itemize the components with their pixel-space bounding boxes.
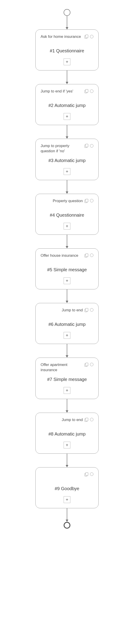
circle-icon[interactable] (90, 254, 93, 257)
expand-button[interactable]: + (64, 113, 70, 120)
copy-icon[interactable] (85, 89, 88, 93)
flow-node[interactable]: Jump to end#8 Automatic jump+ (35, 413, 99, 454)
node-title: Jump to property question if 'no' (41, 144, 85, 154)
connector-arrow (66, 16, 68, 30)
node-subtitle: #2 Automatic jump (41, 103, 93, 108)
circle-icon[interactable] (90, 418, 93, 421)
circle-icon[interactable] (90, 35, 93, 38)
copy-icon[interactable] (85, 254, 88, 257)
connector-arrow (66, 344, 68, 358)
node-subtitle: #5 Simple message (41, 267, 93, 272)
flow-node[interactable]: Offer apartment insurance#7 Simple messa… (35, 358, 99, 399)
connector-arrow (66, 454, 68, 467)
flow-node[interactable]: Ask for home insurance#1 Questionnaire+ (35, 30, 99, 70)
connector-arrow (66, 70, 68, 84)
circle-icon[interactable] (90, 308, 93, 312)
circle-icon[interactable] (90, 144, 93, 148)
expand-button[interactable]: + (64, 496, 70, 503)
copy-icon[interactable] (85, 363, 88, 366)
circle-icon[interactable] (90, 90, 93, 93)
connector-arrow (66, 508, 68, 522)
flow-node[interactable]: Jump to end if 'yes'#2 Automatic jump+ (35, 84, 99, 125)
copy-icon[interactable] (85, 472, 88, 476)
flow-node[interactable]: Property question#4 Questionnaire+ (35, 194, 99, 235)
connector-arrow (66, 180, 68, 194)
node-title: Jump to end if 'yes' (41, 89, 85, 94)
circle-icon[interactable] (90, 363, 93, 366)
connector-arrow (66, 235, 68, 248)
flow-node[interactable]: Jump to end#6 Automatic jump+ (35, 303, 99, 344)
start-node (64, 9, 70, 16)
flow-node[interactable]: Jump to property question if 'no'#3 Auto… (35, 139, 99, 180)
flow-node[interactable]: Offer house insurance#5 Simple message+ (35, 248, 99, 289)
circle-icon[interactable] (90, 472, 93, 476)
copy-icon[interactable] (85, 199, 88, 202)
connector-arrow (66, 399, 68, 413)
node-subtitle: #4 Questionnaire (41, 212, 93, 218)
node-title: Property question (41, 198, 85, 204)
circle-icon[interactable] (90, 199, 93, 202)
copy-icon[interactable] (85, 144, 88, 148)
connector-arrow (66, 289, 68, 303)
node-title: Offer apartment insurance (41, 362, 85, 373)
flow-node[interactable]: #9 Goodbye+ (35, 467, 99, 508)
copy-icon[interactable] (85, 35, 88, 38)
node-title: Ask for home insurance (41, 34, 85, 40)
expand-button[interactable]: + (64, 332, 70, 339)
node-subtitle: #9 Goodbye (41, 486, 93, 491)
node-subtitle: #3 Automatic jump (41, 158, 93, 163)
end-node (64, 522, 70, 529)
node-title: Jump to end (41, 308, 85, 313)
node-subtitle: #8 Automatic jump (41, 432, 93, 437)
expand-button[interactable]: + (64, 58, 70, 65)
copy-icon[interactable] (85, 308, 88, 312)
node-title: Offer house insurance (41, 253, 85, 258)
connector-arrow (66, 125, 68, 139)
expand-button[interactable]: + (64, 223, 70, 230)
node-subtitle: #6 Automatic jump (41, 322, 93, 327)
node-subtitle: #7 Simple message (41, 377, 93, 382)
expand-button[interactable]: + (64, 442, 70, 448)
expand-button[interactable]: + (64, 168, 70, 175)
copy-icon[interactable] (85, 418, 88, 422)
expand-button[interactable]: + (64, 387, 70, 394)
node-subtitle: #1 Questionnaire (41, 48, 93, 54)
node-title: Jump to end (41, 418, 85, 422)
expand-button[interactable]: + (64, 277, 70, 284)
